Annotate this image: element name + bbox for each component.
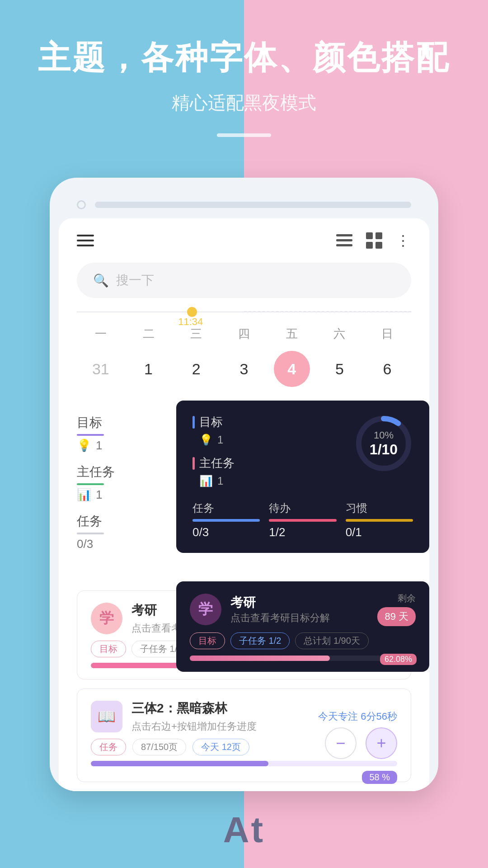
week-days-header: 一 二 三 四 五 六 日 (77, 326, 411, 342)
hero-title: 主题，各种字体、颜色搭配 (27, 36, 461, 80)
dark-habit-col: 习惯 0/1 (346, 501, 413, 539)
task-progress-bar (192, 519, 260, 522)
dark-days-badge: 89 天 (377, 607, 416, 626)
book-avatar: 📖 (91, 701, 122, 732)
date-31[interactable]: 31 (83, 351, 119, 387)
week-dates: 31 1 2 3 4 5 6 (77, 351, 411, 387)
goal-bar (77, 434, 104, 436)
app-header: ⋮ (59, 218, 429, 258)
main-task-bar (77, 483, 104, 485)
stepper-row: − + (325, 727, 397, 759)
dark-tag-2: 子任务 1/2 (230, 632, 290, 649)
goal-count: 1 (96, 439, 102, 453)
date-4-today[interactable]: 4 (274, 351, 310, 387)
svg-rect-4 (366, 232, 373, 239)
plus-button[interactable]: + (366, 727, 397, 759)
habit-col-label: 习惯 (346, 501, 413, 515)
svg-rect-2 (336, 244, 352, 246)
timeline-time: 11:34 (178, 316, 203, 328)
book-tag-1: 任务 (91, 739, 126, 755)
book-tag-2: 87/150页 (132, 739, 186, 755)
dark-goal-desc: 点击查看考研目标分解 (230, 611, 368, 625)
hero-section: 主题，各种字体、颜色搭配 精心适配黑夜模式 (0, 36, 488, 155)
dark-goal-section: 目标 💡 1 主任务 (192, 414, 235, 487)
todo-progress-bar (269, 519, 336, 522)
dark-goal-tags: 目标 子任务 1/2 总计划 1/90天 (190, 632, 416, 649)
search-bar[interactable]: 🔍 搜一下 (77, 263, 411, 298)
book-focus-time: 今天专注 6分56秒 (318, 710, 397, 723)
dark-task-col: 任务 0/3 (192, 501, 260, 539)
timeline-dashes (244, 311, 411, 312)
timeline-dot (187, 307, 197, 317)
hero-subtitle: 精心适配黑夜模式 (27, 90, 461, 115)
date-5[interactable]: 5 (321, 351, 357, 387)
phone-dot (77, 200, 86, 209)
phone-top-bar (59, 196, 429, 218)
weekday-fri: 五 (274, 326, 310, 342)
book-section: 📖 三体2：黑暗森林 点击右边+按钮增加任务进度 今天专注 6分56秒 任务 8… (59, 679, 429, 791)
svg-rect-5 (375, 232, 382, 239)
stats-dark-panel: 目标 💡 1 主任务 (176, 401, 429, 553)
timeline: 11:34 (77, 311, 411, 312)
timeline-line (77, 311, 411, 312)
date-2[interactable]: 2 (178, 351, 214, 387)
header-icons: ⋮ (336, 232, 411, 249)
dark-tag-1: 目标 (190, 632, 225, 649)
light-goal-avatar: 学 (91, 603, 122, 634)
task-bar (77, 533, 104, 534)
light-tag-1: 目标 (91, 641, 126, 657)
dark-goal-card-overlay[interactable]: 学 考研 点击查看考研目标分解 剩余 89 天 目标 子任务 1/ (176, 581, 429, 672)
task-col-val: 0/3 (192, 525, 260, 539)
list-view-icon[interactable] (336, 234, 352, 247)
dark-progress-bar-outer: 62.08% (190, 656, 416, 661)
goal-cards-section: 学 考研 点击查看考研目 目标 子任务 1/ (59, 581, 429, 679)
date-1[interactable]: 1 (131, 351, 167, 387)
weekday-mon: 一 (83, 326, 119, 342)
week-calendar: 一 二 三 四 五 六 日 31 1 2 3 4 5 6 (59, 317, 429, 401)
dark-goal-title: 考研 (230, 594, 368, 611)
more-options-icon[interactable]: ⋮ (396, 232, 411, 249)
dark-maintask-bar (192, 457, 195, 470)
date-6[interactable]: 6 (369, 351, 405, 387)
dark-goal-label: 目标 (199, 414, 223, 430)
stats-section: 目标 💡 1 主任务 📊 1 (59, 401, 429, 581)
dark-goal-bar (192, 416, 195, 429)
circular-val: 1/10 (370, 441, 398, 458)
task-col-label: 任务 (192, 501, 260, 515)
grid-view-icon[interactable] (366, 232, 382, 249)
dark-tasks-grid: 任务 0/3 待办 1/2 习惯 0/1 (192, 501, 413, 539)
search-icon: 🔍 (93, 273, 109, 288)
svg-rect-6 (366, 242, 373, 249)
todo-col-label: 待办 (269, 501, 336, 515)
weekday-wed: 三 (178, 326, 214, 342)
dark-goal-card-avatar: 学 (190, 594, 221, 625)
goal-icon: 💡 (77, 439, 91, 453)
dark-maintask-icon: 📊 (199, 475, 213, 487)
dark-remaining-label: 剩余 (398, 592, 416, 604)
svg-rect-3 (341, 234, 352, 236)
book-progress-fill (91, 761, 268, 766)
dark-top-section: 目标 💡 1 主任务 (192, 414, 413, 487)
book-card[interactable]: 📖 三体2：黑暗森林 点击右边+按钮增加任务进度 今天专注 6分56秒 任务 8… (77, 689, 411, 782)
book-desc: 点击右边+按钮增加任务进度 (131, 720, 309, 733)
svg-rect-7 (375, 242, 382, 249)
weekday-thu: 四 (226, 326, 262, 342)
book-progress-label: 58 % (362, 771, 397, 784)
dark-tag-3: 总计划 1/90天 (295, 632, 368, 649)
dark-goal-count: 1 (217, 434, 223, 446)
phone-notch (95, 202, 411, 208)
dark-todo-col: 待办 1/2 (269, 501, 336, 539)
dark-progress-fill (190, 656, 330, 661)
search-placeholder: 搜一下 (116, 272, 154, 289)
dark-maintask-count: 1 (217, 475, 223, 487)
circular-pct: 10% (370, 429, 398, 441)
todo-col-val: 1/2 (269, 525, 336, 539)
dark-progress-label: 62.08% (380, 654, 417, 665)
svg-rect-1 (336, 239, 352, 241)
task-val: 0/3 (77, 537, 93, 551)
book-title: 三体2：黑暗森林 (131, 700, 309, 717)
date-3[interactable]: 3 (226, 351, 262, 387)
main-task-icon: 📊 (77, 488, 91, 502)
hamburger-menu-button[interactable] (77, 235, 94, 246)
minus-button[interactable]: − (325, 727, 357, 759)
